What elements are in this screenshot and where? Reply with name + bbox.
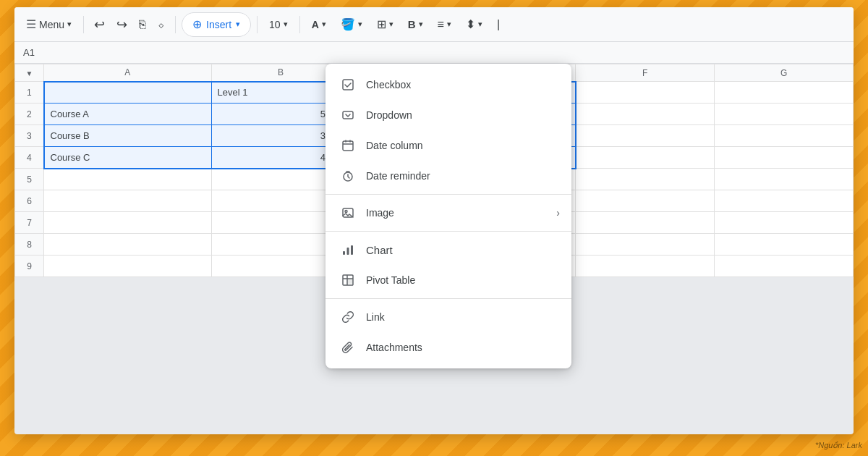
cell-F4[interactable]: [576, 147, 715, 169]
row-num-4: 4: [15, 147, 44, 169]
col-header-A[interactable]: A: [44, 64, 212, 82]
pivot-table-icon: [340, 272, 356, 288]
cell-A4[interactable]: Course C: [44, 147, 212, 169]
col-header-G[interactable]: G: [715, 64, 854, 82]
cell-F1[interactable]: [576, 82, 715, 104]
cell-F7[interactable]: [576, 212, 715, 234]
cell-A1[interactable]: [44, 82, 212, 104]
date-reminder-icon: [340, 168, 356, 184]
image-icon: [340, 205, 356, 221]
valign-icon: ⬍: [466, 17, 475, 31]
col-header-F[interactable]: F: [576, 64, 715, 82]
row-num-7: 7: [15, 212, 44, 234]
cell-G8[interactable]: [715, 234, 854, 256]
menu-item-dropdown[interactable]: Dropdown: [326, 100, 571, 130]
font-color-chevron-icon: ▾: [322, 20, 326, 29]
dropdown-icon: [340, 107, 356, 123]
align-button[interactable]: ≡ ▾: [432, 12, 457, 38]
menu-item-link[interactable]: Link: [326, 302, 571, 332]
cell-A2[interactable]: Course A: [44, 104, 212, 125]
insert-button[interactable]: ⊕ Insert ▾: [182, 12, 251, 37]
spreadsheet-container: ☰ Menu ▾ ↩ ↪ ⎘ ⬦ ⊕ Insert ▾ 1: [14, 7, 854, 434]
row-num-9: 9: [15, 256, 44, 277]
redo-button[interactable]: ↪: [112, 12, 132, 38]
bold-icon: B: [408, 18, 416, 30]
link-label: Link: [366, 311, 385, 323]
svg-rect-8: [351, 245, 353, 255]
row-num-3: 3: [15, 125, 44, 147]
cell-A5[interactable]: [44, 169, 212, 190]
menu-separator-1: [326, 194, 571, 195]
divider-4: [299, 16, 300, 33]
more-toolbar-button[interactable]: |: [491, 12, 506, 38]
valign-button[interactable]: ⬍ ▾: [460, 12, 488, 38]
checkbox-label: Checkbox: [366, 79, 411, 90]
clear-button[interactable]: ⬦: [153, 12, 169, 38]
menu-button[interactable]: ☰ Menu ▾: [20, 12, 77, 38]
corner-cell: ▼: [15, 64, 44, 82]
cell-F2[interactable]: [576, 104, 715, 125]
menu-item-attachments[interactable]: Attachments: [326, 332, 571, 363]
divider-1: [83, 16, 84, 33]
row-num-1: 1: [15, 82, 44, 104]
font-size-button[interactable]: 10 ▾: [263, 12, 294, 38]
cell-G4[interactable]: [715, 147, 854, 169]
date-column-label: Date column: [366, 140, 423, 151]
undo-button[interactable]: ↩: [90, 12, 109, 38]
font-size-value: 10: [269, 19, 281, 30]
menu-item-checkbox[interactable]: Checkbox: [326, 69, 571, 100]
copy-format-button[interactable]: ⎘: [135, 12, 150, 38]
insert-plus-icon: ⊕: [192, 17, 202, 31]
menu-item-date-column[interactable]: Date column: [326, 130, 571, 161]
menu-item-date-reminder[interactable]: Date reminder: [326, 161, 571, 191]
cell-A3[interactable]: Course B: [44, 125, 212, 147]
svg-rect-7: [347, 248, 349, 255]
date-reminder-label: Date reminder: [366, 170, 430, 182]
svg-rect-1: [343, 111, 353, 119]
cell-A7[interactable]: [44, 212, 212, 234]
cell-F6[interactable]: [576, 190, 715, 212]
menu-item-image[interactable]: Image ›: [326, 198, 571, 228]
cell-F5[interactable]: [576, 169, 715, 190]
cell-G9[interactable]: [715, 256, 854, 277]
font-color-button[interactable]: A ▾: [306, 12, 332, 38]
svg-rect-2: [343, 141, 353, 151]
cell-G7[interactable]: [715, 212, 854, 234]
menu-item-pivot-table[interactable]: Pivot Table: [326, 265, 571, 295]
bold-chevron-icon: ▾: [419, 20, 423, 29]
row-num-2: 2: [15, 104, 44, 125]
border-button[interactable]: ⊞ ▾: [371, 12, 399, 38]
cell-F3[interactable]: [576, 125, 715, 147]
cell-G1[interactable]: [715, 82, 854, 104]
image-arrow-icon: ›: [556, 207, 560, 219]
image-label: Image: [366, 207, 394, 219]
menu-label: Menu: [39, 19, 64, 30]
cell-A8[interactable]: [44, 234, 212, 256]
svg-point-5: [345, 211, 347, 213]
svg-rect-10: [347, 279, 353, 284]
insert-dropdown-menu: Checkbox Dropdown Date column: [326, 64, 571, 368]
fill-color-icon: 🪣: [341, 17, 355, 31]
fill-color-button[interactable]: 🪣 ▾: [335, 12, 368, 38]
cell-G6[interactable]: [715, 190, 854, 212]
cell-F8[interactable]: [576, 234, 715, 256]
cell-G5[interactable]: [715, 169, 854, 190]
row-num-5: 5: [15, 169, 44, 190]
cell-F9[interactable]: [576, 256, 715, 277]
menu-separator-3: [326, 298, 571, 299]
cell-A9[interactable]: [44, 256, 212, 277]
bold-button[interactable]: B ▾: [402, 12, 429, 38]
menu-separator-2: [326, 231, 571, 232]
divider-3: [257, 16, 258, 33]
cell-G3[interactable]: [715, 125, 854, 147]
row-num-6: 6: [15, 190, 44, 212]
source-note: *Nguồn: Lark: [815, 441, 862, 450]
cell-A6[interactable]: [44, 190, 212, 212]
dropdown-label: Dropdown: [366, 109, 412, 121]
menu-chevron-icon: ▾: [67, 20, 72, 29]
row-num-8: 8: [15, 234, 44, 256]
chart-icon: [340, 242, 356, 258]
svg-rect-0: [343, 80, 353, 90]
cell-G2[interactable]: [715, 104, 854, 125]
menu-item-chart[interactable]: Chart: [326, 235, 571, 265]
